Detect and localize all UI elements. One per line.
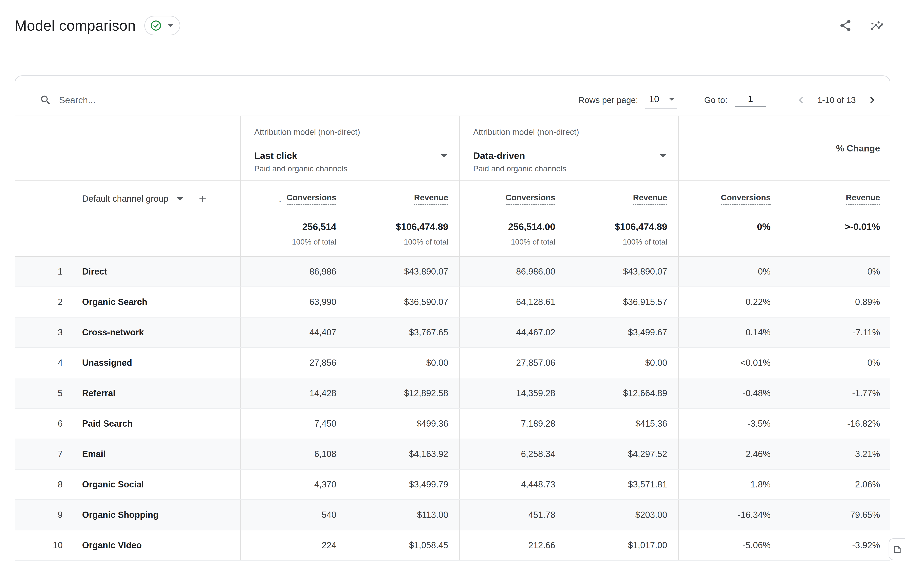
datadriven-revenue-value: $36,915.57	[566, 287, 678, 317]
model1-revenue-header[interactable]: Revenue	[347, 181, 459, 216]
go-to-label: Go to:	[704, 95, 727, 105]
datadriven-revenue-value: $4,297.52	[566, 439, 678, 469]
sort-descending-icon: ↓	[278, 194, 283, 204]
total-value: $106,474.89	[396, 221, 459, 232]
row-index: 9	[15, 510, 64, 520]
datadriven-revenue-value: $43,890.07	[566, 257, 678, 286]
total-subtext: 100% of total	[623, 238, 678, 246]
datadriven-conversions-value: 86,986.00	[459, 257, 566, 286]
add-dimension-button[interactable]: +	[199, 192, 206, 205]
channel-name: Organic Social	[64, 480, 240, 489]
column-label: Revenue	[633, 193, 667, 205]
chevron-down-icon[interactable]	[660, 154, 666, 157]
next-page-button[interactable]	[864, 92, 880, 108]
table-row: 8 Organic Social 4,370 $3,499.79 4,448.7…	[15, 470, 890, 500]
dimension-selector: Default channel group +	[15, 192, 240, 205]
change-conversions-value: -16.34%	[678, 500, 781, 530]
table-row: 5 Referral 14,428 $12,892.58 14,359.28 $…	[15, 378, 890, 409]
change-conversions-value: -3.5%	[678, 409, 781, 439]
change-revenue-value: -16.82%	[781, 409, 891, 439]
total-value: $106,474.89	[615, 221, 678, 232]
lastclick-revenue-value: $0.00	[347, 348, 459, 378]
change-revenue-value: 3.21%	[781, 439, 891, 469]
model2-conversions-header[interactable]: Conversions	[459, 181, 566, 216]
table-row: 4 Unassigned 27,856 $0.00 27,857.06 $0.0…	[15, 348, 890, 378]
channel-name: Referral	[64, 388, 240, 398]
channel-name: Cross-network	[64, 327, 240, 337]
toolbar-right: Rows per page: 10 Go to: 1-10 of 13	[240, 84, 890, 116]
datadriven-conversions-value: 14,359.28	[459, 378, 566, 408]
lastclick-conversions-value: 63,990	[240, 287, 347, 317]
model-2-header-label: Attribution model (non-direct)	[473, 127, 579, 139]
lastclick-conversions-value: 224	[240, 531, 347, 560]
model-2-selector: Attribution model (non-direct) Data-driv…	[459, 116, 678, 180]
datadriven-conversions-value: 451.78	[459, 500, 566, 530]
table-row: 3 Cross-network 44,407 $3,767.65 44,467.…	[15, 318, 890, 348]
channel-name: Direct	[64, 267, 240, 277]
page-header: Model comparison	[0, 0, 905, 35]
dimension-header-spacer	[15, 116, 240, 180]
table-body: 1 Direct 86,986 $43,890.07 86,986.00 $43…	[15, 257, 890, 561]
report-status-badge[interactable]	[144, 16, 180, 35]
lastclick-revenue-value: $3,767.65	[347, 318, 459, 347]
change-revenue-header[interactable]: Revenue	[781, 181, 891, 216]
lastclick-conversions-value: 7,450	[240, 409, 347, 439]
search-input[interactable]	[59, 95, 193, 105]
row-index: 6	[15, 419, 64, 429]
table-row: 10 Organic Video 224 $1,058.45 212.66 $1…	[15, 531, 890, 561]
model2-revenue-header[interactable]: Revenue	[566, 181, 678, 216]
go-to-page-input[interactable]	[735, 94, 766, 106]
model-1-name: Last click	[254, 150, 297, 161]
model1-conversions-header[interactable]: ↓ Conversions	[240, 181, 347, 216]
pagination: 1-10 of 13	[793, 92, 880, 108]
totals-change-revenue: >-0.01%	[781, 216, 891, 256]
row-index: 7	[15, 449, 64, 459]
channel-name: Organic Search	[64, 297, 240, 307]
change-revenue-value: 0.89%	[781, 287, 891, 317]
channel-name: Paid Search	[64, 419, 240, 429]
change-revenue-value: 0%	[781, 348, 891, 378]
feedback-tab[interactable]	[889, 538, 905, 560]
totals-spacer	[15, 216, 64, 256]
table-toolbar: Rows per page: 10 Go to: 1-10 of 13	[15, 84, 890, 116]
dimension-label[interactable]: Default channel group	[82, 194, 168, 204]
search-box	[15, 84, 240, 116]
table-row: 7 Email 6,108 $4,163.92 6,258.34 $4,297.…	[15, 439, 890, 470]
column-label: Conversions	[721, 193, 771, 205]
lastclick-conversions-value: 4,370	[240, 470, 347, 499]
channel-name: Organic Video	[64, 540, 240, 550]
change-conversions-header[interactable]: Conversions	[678, 181, 781, 216]
share-icon[interactable]	[838, 18, 853, 33]
channel-name: Organic Shopping	[64, 510, 240, 520]
chevron-down-icon[interactable]	[441, 154, 447, 157]
change-revenue-value: 79.65%	[781, 500, 891, 530]
model-header-row: Attribution model (non-direct) Last clic…	[15, 116, 890, 181]
datadriven-conversions-value: 4,448.73	[459, 470, 566, 499]
totals-model2-revenue: $106,474.89 100% of total	[566, 216, 678, 256]
comparison-table-card: Rows per page: 10 Go to: 1-10 of 13	[14, 75, 891, 561]
lastclick-revenue-value: $3,499.79	[347, 470, 459, 499]
datadriven-revenue-value: $1,017.00	[566, 531, 678, 560]
change-conversions-value: -0.48%	[678, 378, 781, 408]
totals-model1-conversions: 256,514 100% of total	[240, 216, 347, 256]
lastclick-conversions-value: 14,428	[240, 378, 347, 408]
rows-per-page-value: 10	[649, 94, 659, 105]
table-row: 6 Paid Search 7,450 $499.36 7,189.28 $41…	[15, 409, 890, 439]
totals-row: 256,514 100% of total $106,474.89 100% o…	[15, 216, 890, 257]
chevron-down-icon[interactable]	[177, 197, 183, 200]
lastclick-revenue-value: $1,058.45	[347, 531, 459, 560]
total-value: 256,514	[302, 221, 347, 232]
lastclick-revenue-value: $12,892.58	[347, 378, 459, 408]
insights-icon[interactable]	[870, 18, 884, 33]
previous-page-button[interactable]	[793, 92, 809, 108]
datadriven-conversions-value: 27,857.06	[459, 348, 566, 378]
model-1-subtitle: Paid and organic channels	[254, 164, 447, 173]
chevron-down-icon	[167, 24, 173, 27]
lastclick-conversions-value: 44,407	[240, 318, 347, 347]
lastclick-revenue-value: $36,590.07	[347, 287, 459, 317]
lastclick-conversions-value: 6,108	[240, 439, 347, 469]
change-revenue-value: -1.77%	[781, 378, 891, 408]
change-revenue-value: 0%	[781, 257, 891, 286]
rows-per-page-select[interactable]: 10	[645, 91, 677, 109]
datadriven-revenue-value: $203.00	[566, 500, 678, 530]
